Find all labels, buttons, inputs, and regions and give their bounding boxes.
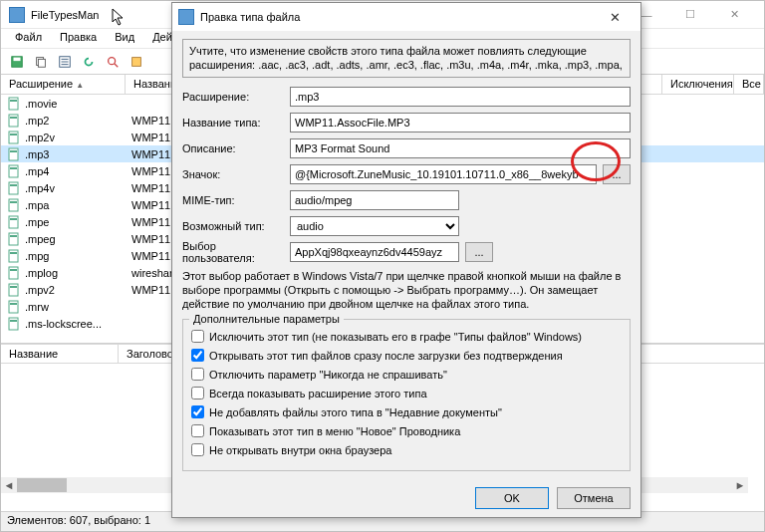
menu-view[interactable]: Вид [107, 29, 142, 48]
status-text: Элементов: 607, выбрано: 1 [7, 514, 150, 526]
label-icon: Значок: [182, 168, 290, 180]
additional-params-group: Дополнительные параметры Исключить этот … [182, 319, 631, 471]
menu-edit[interactable]: Правка [52, 29, 105, 48]
svg-rect-33 [9, 284, 18, 296]
label-description: Описание: [182, 142, 290, 154]
options-icon[interactable] [127, 52, 146, 72]
svg-rect-36 [10, 303, 17, 305]
cancel-button[interactable]: Отмена [557, 487, 631, 509]
find-icon[interactable] [103, 52, 123, 72]
svg-rect-32 [10, 269, 17, 271]
svg-rect-25 [9, 216, 18, 228]
checkbox-2[interactable] [191, 368, 204, 381]
maximize-button[interactable]: ☐ [668, 1, 712, 29]
checkbox-4[interactable] [191, 405, 204, 418]
svg-rect-16 [10, 133, 17, 135]
svg-rect-11 [9, 98, 18, 110]
input-description[interactable] [290, 138, 631, 158]
svg-rect-35 [9, 301, 18, 313]
svg-rect-24 [10, 201, 17, 203]
checkbox-6[interactable] [191, 443, 204, 456]
svg-rect-3 [38, 59, 45, 67]
input-userchoice[interactable] [290, 242, 459, 262]
menu-file[interactable]: Файл [7, 29, 50, 48]
svg-rect-29 [9, 250, 18, 262]
svg-point-8 [109, 57, 116, 64]
edit-type-dialog: Правка типа файла ✕ Учтите, что изменени… [171, 2, 641, 518]
scroll-thumb[interactable] [17, 478, 67, 492]
svg-line-9 [115, 63, 119, 67]
svg-rect-17 [9, 148, 18, 160]
checkbox-label-3: Всегда показывать расширение этого типа [209, 388, 427, 399]
svg-rect-31 [9, 267, 18, 279]
svg-rect-22 [10, 184, 17, 186]
input-mime[interactable] [290, 190, 459, 210]
col-extension[interactable]: Расширение ▲ [1, 75, 126, 94]
browse-userchoice-button[interactable]: ... [465, 242, 493, 262]
svg-rect-10 [132, 57, 141, 66]
app-icon [9, 7, 25, 23]
svg-rect-20 [10, 167, 17, 169]
svg-rect-23 [9, 199, 18, 211]
groupbox-title: Дополнительные параметры [189, 313, 344, 325]
properties-icon[interactable] [55, 52, 75, 72]
save-icon[interactable] [7, 52, 27, 72]
svg-rect-37 [9, 318, 18, 330]
dialog-title-text: Правка типа файла [200, 11, 595, 23]
checkbox-label-6: Не открывать внутри окна браузера [209, 444, 391, 456]
ok-button[interactable]: OK [475, 487, 549, 509]
svg-rect-38 [10, 320, 17, 322]
checkbox-1[interactable] [191, 349, 204, 362]
input-typename[interactable] [290, 113, 631, 133]
dialog-icon [178, 9, 194, 25]
svg-rect-19 [9, 165, 18, 177]
checkbox-0[interactable] [191, 330, 204, 343]
svg-rect-30 [10, 252, 17, 254]
svg-rect-12 [10, 100, 17, 102]
label-perceived: Возможный тип: [182, 220, 290, 232]
help-text: Этот выбор работает в Windows Vista/7 пр… [182, 269, 631, 312]
input-extension[interactable] [290, 87, 631, 107]
notice-text: Учтите, что изменение свойств этого типа… [182, 39, 631, 78]
label-typename: Название типа: [182, 117, 290, 129]
label-userchoice: Выбор пользователя: [182, 240, 290, 264]
dialog-close-button[interactable]: ✕ [595, 5, 635, 29]
col-all[interactable]: Все [734, 75, 764, 94]
checkbox-label-0: Исключить этот тип (не показывать его в … [209, 331, 582, 343]
checkbox-label-2: Отключить параметр "Никогда не спрашиват… [209, 369, 447, 381]
browse-icon-button[interactable]: ... [603, 164, 631, 184]
label-mime: MIME-тип: [182, 194, 290, 206]
svg-rect-14 [10, 117, 17, 119]
checkbox-label-5: Показывать этот тип в меню "Новое" Прово… [209, 425, 460, 437]
col-exclusions[interactable]: Исключения [662, 75, 734, 94]
svg-rect-28 [10, 235, 17, 237]
scroll-right-icon[interactable]: ► [732, 477, 748, 493]
svg-rect-21 [9, 182, 18, 194]
input-icon[interactable] [290, 164, 597, 184]
copy-icon[interactable] [31, 52, 51, 72]
close-button[interactable]: ✕ [712, 1, 756, 29]
checkbox-3[interactable] [191, 387, 204, 399]
checkbox-label-4: Не добавлять файлы этого типа в "Недавни… [209, 406, 502, 418]
scroll-left-icon[interactable]: ◄ [1, 477, 17, 493]
svg-rect-26 [10, 218, 17, 220]
dialog-titlebar: Правка типа файла ✕ [172, 3, 640, 31]
checkbox-label-1: Открывать этот тип файлов сразу после за… [209, 350, 563, 362]
select-perceived[interactable]: audio [290, 216, 459, 236]
checkbox-5[interactable] [191, 424, 204, 437]
col-detail-name[interactable]: Название [1, 345, 119, 363]
svg-rect-13 [9, 115, 18, 127]
svg-rect-1 [14, 57, 21, 61]
svg-rect-15 [9, 132, 18, 143]
svg-rect-34 [10, 286, 17, 288]
refresh-icon[interactable] [79, 52, 99, 72]
label-extension: Расширение: [182, 91, 290, 103]
svg-rect-18 [10, 150, 17, 152]
svg-rect-27 [9, 233, 18, 245]
